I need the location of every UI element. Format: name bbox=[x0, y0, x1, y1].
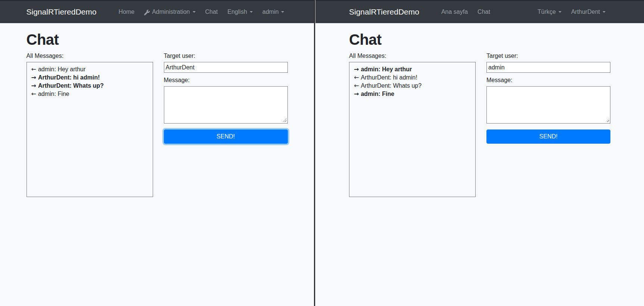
navbar-brand[interactable]: SignalRTieredDemo bbox=[349, 7, 419, 16]
message-text: admin: Fine bbox=[361, 91, 394, 97]
message-row: →admin: Hey arthur bbox=[354, 65, 471, 74]
right-window: SignalRTieredDemo Ana sayfa Chat Türkçe … bbox=[315, 0, 644, 306]
arrow-left-icon: ← bbox=[354, 82, 359, 89]
message-text: ArthurDent: Whats up? bbox=[361, 82, 421, 89]
language-dropdown[interactable]: Türkçe bbox=[533, 9, 566, 15]
message-textarea[interactable] bbox=[486, 86, 610, 124]
message-row: →ArthurDent: hi admin! bbox=[31, 74, 148, 82]
message-row: ←admin: Fine bbox=[31, 90, 148, 98]
user-dropdown[interactable]: ArthurDent bbox=[566, 9, 610, 15]
user-dropdown[interactable]: admin bbox=[258, 9, 289, 15]
message-label: Message: bbox=[486, 77, 610, 84]
all-messages-label: All Messages: bbox=[27, 53, 153, 59]
nav-links: Home Administration Chat bbox=[113, 9, 223, 15]
target-user-label: Target user: bbox=[164, 53, 288, 59]
wrench-icon bbox=[144, 10, 150, 15]
message-text: admin: Hey arthur bbox=[361, 66, 412, 72]
arrow-right-icon: → bbox=[354, 66, 359, 73]
chevron-down-icon bbox=[559, 11, 561, 14]
chevron-down-icon bbox=[250, 11, 253, 14]
nav-right-group: Türkçe ArthurDent bbox=[533, 9, 610, 15]
message-text: ArthurDent: hi admin! bbox=[361, 74, 417, 81]
message-textarea[interactable] bbox=[164, 86, 288, 124]
message-label: Message: bbox=[164, 77, 288, 84]
page-title: Chat bbox=[27, 31, 288, 48]
message-row: →admin: Fine bbox=[354, 90, 471, 98]
target-user-input[interactable] bbox=[486, 62, 610, 73]
message-text: admin: Fine bbox=[38, 91, 69, 97]
message-row: →ArthurDent: Whats up? bbox=[31, 82, 148, 90]
arrow-right-icon: → bbox=[31, 74, 36, 81]
navbar-brand[interactable]: SignalRTieredDemo bbox=[27, 7, 97, 16]
message-text: ArthurDent: Whats up? bbox=[38, 82, 104, 89]
arrow-left-icon: ← bbox=[354, 74, 359, 81]
nav-item-administration[interactable]: Administration bbox=[139, 9, 200, 15]
target-user-input[interactable] bbox=[164, 62, 288, 73]
target-user-label: Target user: bbox=[486, 53, 610, 59]
nav-item-chat[interactable]: Chat bbox=[200, 9, 223, 15]
arrow-left-icon: ← bbox=[31, 90, 36, 97]
messages-box: ←admin: Hey arthur →ArthurDent: hi admin… bbox=[27, 62, 153, 197]
nav-item-chat[interactable]: Chat bbox=[473, 9, 495, 15]
send-button[interactable]: SEND! bbox=[164, 129, 288, 144]
nav-right-group: English admin bbox=[223, 9, 289, 15]
arrow-right-icon: → bbox=[354, 90, 359, 97]
message-row: ←admin: Hey arthur bbox=[31, 65, 148, 74]
nav-item-home[interactable]: Home bbox=[113, 9, 139, 15]
nav-links: Ana sayfa Chat bbox=[436, 9, 495, 15]
message-text: admin: Hey arthur bbox=[38, 66, 85, 72]
chevron-down-icon bbox=[281, 11, 284, 14]
message-row: ←ArthurDent: hi admin! bbox=[354, 74, 471, 82]
messages-box: →admin: Hey arthur ←ArthurDent: hi admin… bbox=[349, 62, 476, 197]
arrow-left-icon: ← bbox=[31, 66, 36, 73]
message-row: ←ArthurDent: Whats up? bbox=[354, 82, 471, 90]
all-messages-label: All Messages: bbox=[349, 53, 476, 59]
navbar: SignalRTieredDemo Ana sayfa Chat Türkçe … bbox=[315, 0, 644, 23]
message-text: ArthurDent: hi admin! bbox=[38, 74, 100, 81]
page-title: Chat bbox=[349, 31, 610, 48]
chevron-down-icon bbox=[193, 11, 196, 14]
arrow-right-icon: → bbox=[31, 82, 36, 89]
left-window: SignalRTieredDemo Home Administration Ch… bbox=[0, 0, 314, 306]
language-dropdown[interactable]: English bbox=[223, 9, 257, 15]
chevron-down-icon bbox=[603, 11, 606, 14]
navbar: SignalRTieredDemo Home Administration Ch… bbox=[0, 0, 314, 23]
nav-item-home[interactable]: Ana sayfa bbox=[436, 9, 473, 15]
send-button[interactable]: SEND! bbox=[486, 129, 610, 144]
